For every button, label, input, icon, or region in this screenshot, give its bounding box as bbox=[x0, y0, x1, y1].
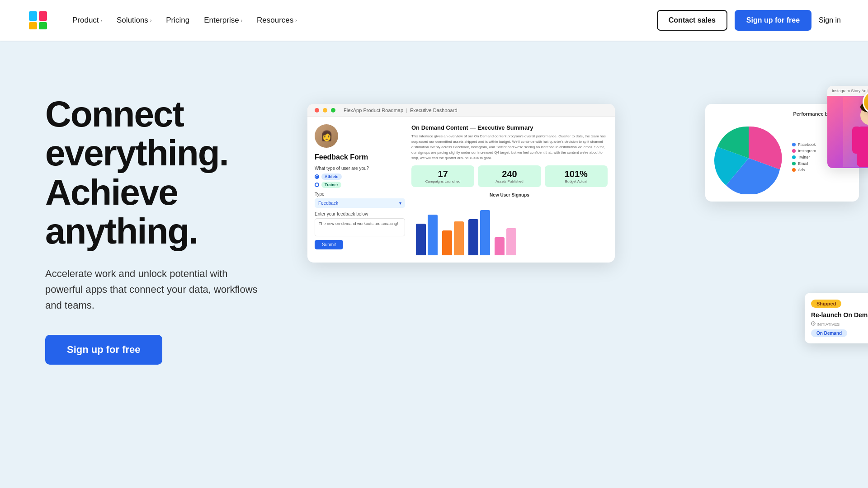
svg-rect-3 bbox=[39, 22, 47, 29]
nav-item-resources[interactable]: Resources › bbox=[251, 12, 302, 28]
legend: Facebook Instagram Twitter Email bbox=[792, 142, 816, 174]
chevron-icon: › bbox=[241, 18, 242, 23]
hero-visual: FlexApp Product Roadmap | Executive Dash… bbox=[307, 86, 823, 380]
legend-item-facebook: Facebook bbox=[792, 142, 816, 147]
legend-dot bbox=[792, 168, 796, 172]
type-select[interactable]: Feedback ▾ bbox=[315, 198, 405, 208]
nav-item-product[interactable]: Product › bbox=[67, 12, 108, 28]
trainer-tag: Trainer bbox=[321, 182, 341, 188]
navbar-left: Product › Solutions › Pricing Enterprise… bbox=[27, 9, 302, 31]
initiatives-label: INITIATIVES bbox=[811, 321, 868, 327]
insta-image bbox=[827, 96, 868, 168]
nav-item-enterprise[interactable]: Enterprise › bbox=[198, 12, 248, 28]
bar-group-3 bbox=[468, 210, 490, 255]
signup-hero-button[interactable]: Sign up for free bbox=[45, 335, 162, 365]
chevron-icon: › bbox=[150, 18, 151, 23]
dashboard-body: 👩 Feedback Form What type of user are yo… bbox=[307, 117, 615, 263]
contact-sales-button[interactable]: Contact sales bbox=[657, 10, 727, 31]
signup-nav-button[interactable]: Sign up for free bbox=[735, 10, 811, 31]
bar bbox=[454, 221, 464, 255]
radio-trainer: Trainer bbox=[315, 182, 405, 188]
dot-green bbox=[331, 108, 335, 113]
nav-links: Product › Solutions › Pricing Enterprise… bbox=[67, 12, 302, 28]
shipped-card: Shipped Re-launch On Demand INITIATIVES … bbox=[805, 293, 868, 343]
navbar-right: Contact sales Sign up for free Sign in bbox=[657, 10, 841, 31]
bar-chart bbox=[411, 201, 608, 255]
feedback-textarea[interactable]: The new on-demand workouts are amazing! bbox=[315, 218, 405, 236]
svg-rect-2 bbox=[39, 11, 47, 21]
feedback-title: Feedback Form bbox=[315, 153, 405, 161]
radio-athlete: Athlete bbox=[315, 174, 405, 180]
dashboard-card: FlexApp Product Roadmap | Executive Dash… bbox=[307, 104, 615, 263]
radio-dot-trainer[interactable] bbox=[315, 183, 319, 187]
bar-group-4 bbox=[495, 228, 516, 255]
feedback-question: What type of user are you? bbox=[315, 166, 405, 171]
chart-title: New User Signups bbox=[411, 192, 608, 197]
bar-group-2 bbox=[442, 221, 464, 255]
svg-rect-7 bbox=[852, 127, 861, 154]
legend-item-email: Email bbox=[792, 161, 816, 166]
legend-dot bbox=[792, 162, 796, 165]
feedback-panel: 👩 Feedback Form What type of user are yo… bbox=[315, 124, 405, 255]
hero-text: Connect everything. Achieve anything. Ac… bbox=[45, 77, 280, 365]
textarea-label: Enter your feedback below bbox=[315, 211, 405, 216]
bar bbox=[442, 230, 452, 255]
hero-subtext: Accelerate work and unlock potential wit… bbox=[45, 266, 262, 314]
initiatives-icon bbox=[811, 321, 816, 326]
bar bbox=[428, 215, 438, 255]
dot-red bbox=[315, 108, 319, 113]
svg-rect-1 bbox=[29, 11, 37, 21]
svg-rect-0 bbox=[29, 22, 37, 29]
submit-button[interactable]: Submit bbox=[315, 240, 343, 249]
pie-chart-svg bbox=[712, 122, 785, 194]
bar bbox=[468, 219, 478, 255]
bar bbox=[495, 237, 505, 255]
legend-item-twitter: Twitter bbox=[792, 155, 816, 160]
bar bbox=[480, 210, 490, 255]
navbar: Product › Solutions › Pricing Enterprise… bbox=[0, 0, 868, 41]
on-demand-badge: On Demand bbox=[811, 329, 847, 337]
avatar-image: 👩 bbox=[315, 124, 338, 148]
signin-button[interactable]: Sign in bbox=[819, 16, 841, 24]
legend-dot bbox=[792, 149, 796, 153]
bar bbox=[416, 224, 426, 255]
shipped-badge: Shipped bbox=[811, 300, 841, 308]
instagram-story-card: Instagram Story Ad Preview › bbox=[827, 86, 868, 168]
chevron-down-icon: ▾ bbox=[399, 201, 401, 206]
kpi-assets: 240 Assets Published bbox=[478, 165, 541, 187]
bar-group-1 bbox=[416, 215, 438, 255]
legend-dot bbox=[792, 143, 796, 146]
legend-item-instagram: Instagram bbox=[792, 149, 816, 153]
exec-title: On Demand Content — Executive Summary bbox=[411, 124, 608, 131]
dot-yellow bbox=[323, 108, 327, 113]
exec-body-text: This interface gives an overview of our … bbox=[411, 134, 608, 161]
exec-panel: On Demand Content — Executive Summary Th… bbox=[411, 124, 608, 255]
nav-item-pricing[interactable]: Pricing bbox=[160, 12, 195, 28]
chevron-icon: › bbox=[101, 18, 102, 23]
kpi-budget: 101% Budget Actual bbox=[545, 165, 608, 187]
legend-item-ads: Ads bbox=[792, 168, 816, 172]
athlete-tag: Athlete bbox=[321, 174, 342, 180]
hero-headline: Connect everything. Achieve anything. bbox=[45, 95, 280, 251]
avatar: 👩 bbox=[315, 124, 338, 148]
type-label: Type bbox=[315, 192, 405, 197]
bar bbox=[506, 228, 516, 255]
insta-header: Instagram Story Ad Preview › bbox=[827, 86, 868, 96]
chevron-icon: › bbox=[295, 18, 297, 23]
kpi-row: 17 Campaigns Launched 240 Assets Publish… bbox=[411, 165, 608, 187]
logo[interactable] bbox=[27, 9, 49, 31]
kpi-campaigns: 17 Campaigns Launched bbox=[411, 165, 474, 187]
nav-item-solutions[interactable]: Solutions › bbox=[111, 12, 157, 28]
chart-section: New User Signups bbox=[411, 192, 608, 255]
shipped-title: Re-launch On Demand bbox=[811, 311, 868, 319]
avatar-row: 👩 bbox=[315, 124, 405, 148]
tab-label: FlexApp Product Roadmap | Executive Dash… bbox=[344, 108, 458, 113]
hero-section: Connect everything. Achieve anything. Ac… bbox=[0, 41, 868, 447]
legend-dot bbox=[792, 155, 796, 159]
radio-dot-athlete[interactable] bbox=[315, 174, 319, 179]
dashboard-header: FlexApp Product Roadmap | Executive Dash… bbox=[307, 104, 615, 117]
